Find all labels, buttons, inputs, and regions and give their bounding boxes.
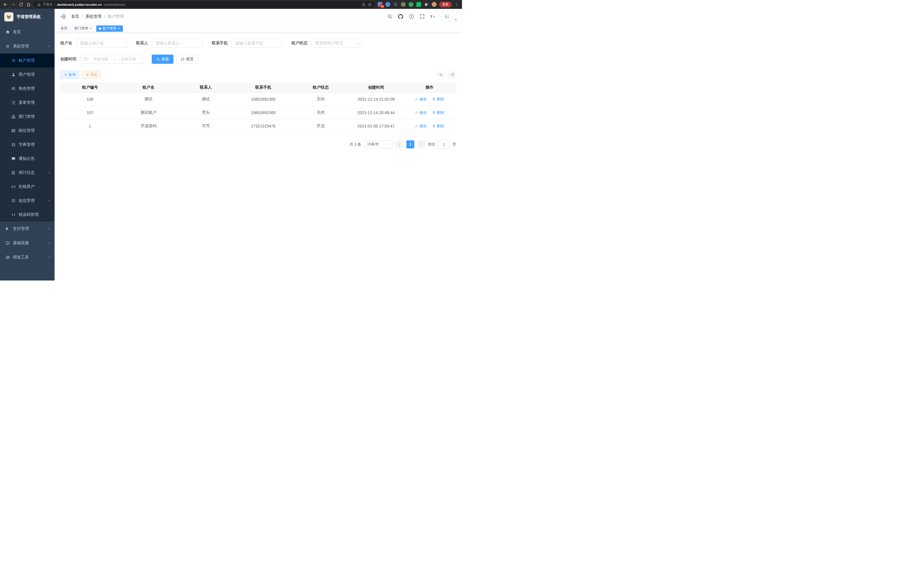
sidebar-item-system[interactable]: 系统管理 bbox=[0, 39, 55, 53]
phone-input[interactable] bbox=[232, 39, 282, 48]
reset-button[interactable]: 重置 bbox=[176, 55, 198, 64]
refresh-table-button[interactable] bbox=[448, 71, 456, 79]
extension-icon-green[interactable] bbox=[409, 2, 413, 7]
sidebar-item-dict[interactable]: 字典管理 bbox=[0, 138, 55, 152]
address-bar[interactable]: 不安全 dashboard.yudao.iocoder.cn /system/t… bbox=[34, 2, 375, 8]
fullscreen-icon[interactable] bbox=[420, 14, 424, 19]
sidebar-item-dept[interactable]: 部门管理 bbox=[0, 110, 55, 123]
next-page-button[interactable] bbox=[417, 140, 425, 148]
edit-link[interactable]: 修改 bbox=[415, 123, 427, 129]
browser-toolbar: 不安全 dashboard.yudao.iocoder.cn /system/t… bbox=[0, 0, 462, 9]
profile-avatar[interactable] bbox=[432, 2, 436, 7]
extension-icon-badged[interactable]: 10 bbox=[378, 2, 382, 7]
breadcrumb-separator: / bbox=[82, 14, 83, 19]
avatar-image-placeholder bbox=[441, 12, 453, 21]
chevron-down-icon bbox=[48, 227, 51, 230]
header-search-icon[interactable] bbox=[387, 14, 392, 19]
delete-link[interactable]: 删除 bbox=[432, 110, 444, 115]
org-tree-icon bbox=[11, 115, 15, 119]
url-domain: dashboard.yudao.iocoder.cn bbox=[57, 3, 102, 6]
shield-icon bbox=[11, 199, 15, 203]
badge-icon bbox=[11, 129, 15, 133]
user-avatar[interactable] bbox=[441, 12, 458, 21]
toggle-search-button[interactable] bbox=[437, 71, 445, 79]
security-label[interactable]: 不安全 bbox=[43, 2, 53, 7]
search-button[interactable]: 搜索 bbox=[152, 55, 173, 64]
sidebar-item-sms[interactable]: 短信管理 bbox=[0, 194, 55, 208]
monitor-icon bbox=[6, 241, 10, 245]
browser-menu-kebab-icon[interactable]: ⋮ bbox=[454, 2, 459, 7]
calendar-icon bbox=[83, 57, 87, 61]
table-toolbar: 新增 导出 bbox=[60, 71, 456, 79]
page-number-button[interactable]: 1 bbox=[406, 140, 414, 148]
delete-link[interactable]: 删除 bbox=[432, 123, 444, 129]
bookmark-star-icon[interactable] bbox=[368, 3, 372, 7]
pagination: 共 3 条 10条/页 1 前往 页 bbox=[60, 140, 456, 148]
github-icon[interactable] bbox=[398, 14, 403, 19]
extension-icon-olive[interactable] bbox=[401, 2, 406, 7]
extension-icon-chat[interactable] bbox=[416, 2, 421, 7]
close-icon[interactable]: × bbox=[89, 27, 92, 31]
svg-text:T: T bbox=[430, 15, 433, 19]
tenant-name-input[interactable] bbox=[76, 39, 127, 48]
status-select[interactable]: 请选择租户状态 bbox=[311, 39, 363, 48]
sidebar-item-role[interactable]: 角色管理 bbox=[0, 81, 55, 96]
sidebar-item-post[interactable]: 岗位管理 bbox=[0, 123, 55, 138]
sidebar-logo[interactable]: 芋道管理系统 bbox=[0, 9, 55, 25]
create-time-label: 创建时间 bbox=[60, 57, 76, 62]
hamburger-icon[interactable] bbox=[59, 13, 67, 21]
goto-page-input[interactable] bbox=[438, 140, 450, 148]
chevron-down-icon bbox=[357, 42, 360, 45]
browser-back-icon[interactable] bbox=[3, 2, 8, 7]
tab-tenant[interactable]: 租户管理 × bbox=[96, 26, 123, 32]
page-size-select[interactable]: 10条/页 bbox=[364, 140, 393, 148]
system-submenu: 租户管理 用户管理 角色管理 菜单管理 bbox=[0, 53, 55, 222]
extension-icon-dark[interactable] bbox=[393, 2, 398, 7]
share-icon[interactable] bbox=[362, 3, 366, 7]
edit-link[interactable]: 修改 bbox=[415, 97, 427, 102]
sidebar-item-notice[interactable]: 通知公告 bbox=[0, 152, 55, 165]
prev-page-button[interactable] bbox=[395, 140, 404, 148]
edit-link[interactable]: 修改 bbox=[415, 110, 427, 115]
sidebar-item-user[interactable]: 用户管理 bbox=[0, 68, 55, 81]
active-tab-dot bbox=[99, 27, 101, 30]
sidebar-item-infra[interactable]: 基础设施 bbox=[0, 236, 55, 250]
sidebar-item-tenant[interactable]: 租户管理 bbox=[0, 53, 55, 68]
tab-dept[interactable]: 部门管理 × bbox=[72, 26, 94, 32]
browser-forward-icon[interactable] bbox=[10, 2, 16, 7]
sidebar-item-menu[interactable]: 菜单管理 bbox=[0, 96, 55, 110]
top-navbar: 首页 / 系统管理 / 租户管理 ? bbox=[55, 9, 462, 24]
page-suffix-label: 页 bbox=[453, 142, 456, 147]
sidebar-item-error-code[interactable]: 错误码管理 bbox=[0, 208, 55, 222]
close-icon[interactable]: × bbox=[118, 27, 120, 31]
broadcast-icon bbox=[11, 185, 15, 189]
col-contact: 联系人 bbox=[177, 83, 235, 92]
sidebar-item-audit-log[interactable]: 审计日志 bbox=[0, 165, 55, 180]
table-row: 1 芋道源码 芋艿 17321315478 开启 2021-01-05 17:0… bbox=[60, 119, 456, 133]
help-question-icon[interactable]: ? bbox=[409, 14, 414, 19]
sidebar-item-dev-tool[interactable]: 研发工具 bbox=[0, 250, 55, 265]
browser-update-button[interactable]: 更新 bbox=[439, 2, 452, 8]
font-size-icon[interactable]: TT bbox=[430, 14, 436, 19]
contact-input[interactable] bbox=[152, 39, 202, 48]
sidebar-item-home[interactable]: 首页 bbox=[0, 25, 55, 39]
log-icon bbox=[11, 171, 15, 175]
logo-image bbox=[4, 12, 14, 21]
add-button[interactable]: 新增 bbox=[60, 71, 79, 79]
tab-home[interactable]: 首页 bbox=[58, 26, 70, 32]
breadcrumb-home[interactable]: 首页 bbox=[71, 14, 79, 19]
delete-link[interactable]: 删除 bbox=[432, 97, 444, 102]
browser-refresh-icon[interactable] bbox=[18, 2, 23, 7]
breadcrumb-system[interactable]: 系统管理 bbox=[86, 14, 101, 19]
extensions-puzzle-icon[interactable] bbox=[424, 2, 429, 7]
create-time-range-picker[interactable]: 开始日期 - 结束日期 bbox=[80, 55, 142, 64]
export-button[interactable]: 导出 bbox=[82, 71, 101, 79]
browser-home-icon[interactable] bbox=[26, 2, 31, 7]
sidebar-item-online-user[interactable]: 在线用户 bbox=[0, 180, 55, 194]
navbar-actions: ? TT bbox=[387, 12, 458, 21]
svg-text:T: T bbox=[433, 16, 435, 19]
extension-icon-blue[interactable] bbox=[386, 2, 390, 7]
goto-label: 前往 bbox=[428, 142, 435, 147]
sidebar-item-pay[interactable]: ¥ 支付管理 bbox=[0, 222, 55, 236]
message-icon bbox=[11, 157, 15, 161]
